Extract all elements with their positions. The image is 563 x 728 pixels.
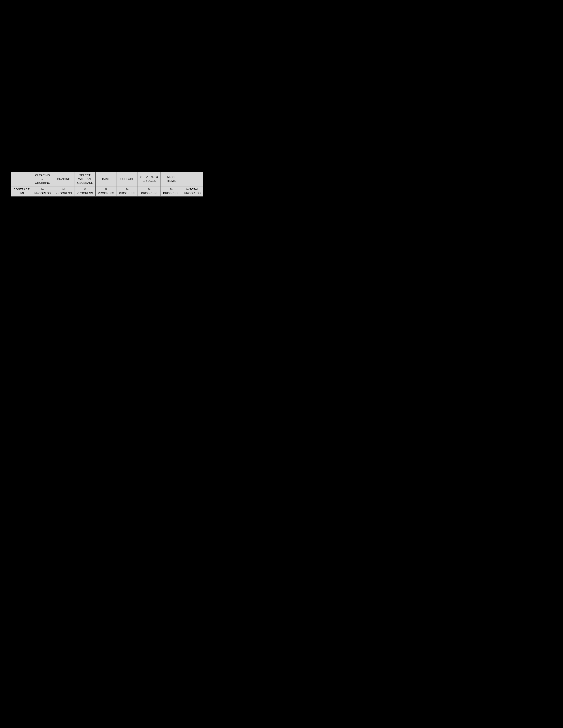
progress-table-container: CLEARING&GRUBBING GRADING SELECTMATERIAL… [11,172,203,197]
col-surface-header: SURFACE [117,172,138,186]
col-select-material-header: SELECTMATERIAL& SUBBASE [74,172,95,186]
cell-select-progress: %PROGRESS [74,186,95,197]
col-base-header: BASE [95,172,117,186]
progress-table: CLEARING&GRUBBING GRADING SELECTMATERIAL… [11,172,203,197]
cell-clearing-progress: %PROGRESS [32,186,53,197]
data-row: CONTRACTTIME %PROGRESS %PROGRESS %PROGRE… [11,186,203,197]
col-culverts-header: CULVERTS &BRIDGES [138,172,161,186]
col-contract-time-header [11,172,32,186]
cell-base-progress: %PROGRESS [95,186,117,197]
col-clearing-header: CLEARING&GRUBBING [32,172,53,186]
col-grading-header: GRADING [53,172,74,186]
header-row: CLEARING&GRUBBING GRADING SELECTMATERIAL… [11,172,203,186]
cell-surface-progress: %PROGRESS [117,186,138,197]
cell-culverts-progress: %PROGRESS [138,186,161,197]
cell-misc-progress: %PROGRESS [161,186,182,197]
cell-total-progress: % TOTALPROGRESS [182,186,203,197]
cell-grading-progress: %PROGRESS [53,186,74,197]
col-empty-header [182,172,203,186]
col-misc-header: MISC.ITEMS [161,172,182,186]
cell-contract-time: CONTRACTTIME [11,186,32,197]
